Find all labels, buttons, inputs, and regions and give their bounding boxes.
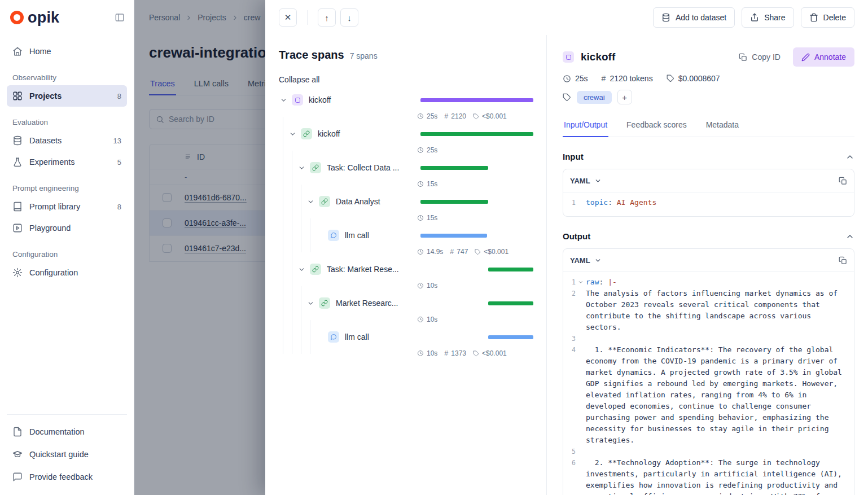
sidebar-item-experiments[interactable]: Experiments 5 bbox=[7, 151, 127, 173]
span-row[interactable]: Task: Collect Data ...15s bbox=[279, 158, 533, 192]
chain-link-icon bbox=[319, 196, 330, 207]
span-row[interactable]: Market Researc...10s bbox=[279, 294, 533, 327]
sidebar-collapse-icon[interactable] bbox=[115, 12, 125, 23]
copy-icon[interactable] bbox=[839, 256, 847, 265]
sidebar-item-label: Configuration bbox=[29, 268, 78, 277]
sidebar-section-configuration: Configuration bbox=[12, 250, 121, 259]
annotate-button[interactable]: Annotate bbox=[793, 47, 854, 67]
delete-button[interactable]: Delete bbox=[801, 7, 854, 28]
chat-square-icon bbox=[12, 472, 23, 482]
trace-icon bbox=[563, 51, 574, 63]
span-label: Market Researc... bbox=[336, 299, 415, 308]
chevron-down-icon[interactable] bbox=[297, 163, 306, 172]
arrow-down-icon: ↓ bbox=[347, 13, 352, 23]
opik-logo-ring-icon bbox=[10, 11, 24, 24]
sidebar-item-projects[interactable]: Projects 8 bbox=[7, 85, 127, 107]
input-code: 1topic: AI Agents bbox=[563, 192, 854, 216]
collapse-all-button[interactable]: Collapse all bbox=[279, 75, 319, 84]
code-line: 1topic: AI Agents bbox=[568, 197, 849, 208]
format-select[interactable]: YAML bbox=[570, 256, 602, 265]
tab-metadata[interactable]: Metadata bbox=[705, 116, 740, 137]
chevron-down-icon[interactable] bbox=[288, 129, 297, 138]
clock-icon bbox=[417, 316, 424, 323]
document-icon bbox=[12, 427, 23, 437]
chat-bubble-icon bbox=[328, 331, 339, 343]
sidebar-item-label: Prompt library bbox=[29, 202, 80, 211]
previous-trace-button[interactable]: ↑ bbox=[318, 8, 336, 27]
span-label: kickoff bbox=[318, 129, 415, 138]
sidebar-item-provide-feedback[interactable]: Provide feedback bbox=[7, 466, 127, 488]
add-to-dataset-button[interactable]: Add to dataset bbox=[653, 7, 735, 28]
chevron-up-icon[interactable] bbox=[845, 152, 854, 161]
clock-icon bbox=[417, 181, 424, 187]
copy-icon[interactable] bbox=[839, 177, 847, 185]
span-row[interactable]: kickoff25s bbox=[279, 124, 533, 158]
line-number: 2 bbox=[568, 288, 576, 299]
trace-icon bbox=[292, 94, 303, 106]
format-select[interactable]: YAML bbox=[570, 177, 602, 185]
clock-icon bbox=[417, 113, 424, 120]
tab-feedback-scores[interactable]: Feedback scores bbox=[625, 116, 688, 137]
spans-count: 7 spans bbox=[350, 51, 378, 60]
sidebar-item-configuration[interactable]: Configuration bbox=[7, 262, 127, 283]
chevron-up-icon[interactable] bbox=[845, 232, 854, 241]
chevron-down-icon[interactable] bbox=[306, 197, 315, 206]
chevron-down-icon[interactable] bbox=[279, 95, 288, 104]
prompt-library-count-badge: 8 bbox=[117, 203, 121, 211]
chevron-down-icon bbox=[594, 257, 602, 264]
trace-detail-overlay: ✕ ↑ ↓ Add to dataset Share Delete bbox=[265, 0, 868, 495]
tag-icon bbox=[475, 249, 481, 255]
trash-icon bbox=[809, 13, 818, 22]
sidebar-item-documentation[interactable]: Documentation bbox=[7, 420, 127, 443]
output-section-header[interactable]: Output bbox=[563, 231, 854, 241]
fold-gutter bbox=[576, 446, 586, 449]
tree-guide bbox=[288, 327, 297, 347]
tree-guide bbox=[279, 124, 288, 143]
chevron-down-icon[interactable] bbox=[306, 299, 315, 308]
chevron-down-icon bbox=[594, 177, 602, 185]
span-row[interactable]: llm call10s#1373<$0.001 bbox=[279, 327, 533, 361]
sidebar-item-quickstart-guide[interactable]: Quickstart guide bbox=[7, 443, 127, 466]
span-duration-bar bbox=[420, 98, 533, 102]
line-number: 4 bbox=[568, 344, 576, 356]
trace-tags: crewai + bbox=[563, 90, 854, 104]
tree-guide bbox=[297, 294, 306, 313]
close-button[interactable]: ✕ bbox=[279, 8, 297, 27]
input-section-header[interactable]: Input bbox=[563, 152, 854, 161]
fold-chevron-icon[interactable] bbox=[576, 277, 586, 285]
span-row[interactable]: kickoff25s#2120<$0.001 bbox=[279, 90, 533, 124]
sidebar-item-playground[interactable]: Playground bbox=[7, 217, 127, 239]
sidebar-item-datasets[interactable]: Datasets 13 bbox=[7, 130, 127, 151]
sidebar-item-prompt-library[interactable]: Prompt library 8 bbox=[7, 196, 127, 217]
tree-guide bbox=[306, 226, 315, 245]
tab-input-output[interactable]: Input/Output bbox=[563, 116, 608, 137]
copy-id-button[interactable]: Copy ID bbox=[739, 52, 781, 62]
span-duration-bar bbox=[420, 200, 533, 204]
tag-crewai[interactable]: crewai bbox=[577, 91, 612, 104]
flask-icon bbox=[12, 157, 23, 167]
span-row[interactable]: llm call14.9s#747<$0.001 bbox=[279, 226, 533, 260]
spans-title: Trace spans bbox=[279, 49, 344, 62]
span-label: Task: Collect Data ... bbox=[327, 163, 415, 172]
arrow-up-icon: ↑ bbox=[325, 13, 329, 23]
span-label: llm call bbox=[345, 332, 415, 341]
clock-icon bbox=[417, 350, 424, 357]
tree-guide bbox=[279, 158, 288, 177]
share-button[interactable]: Share bbox=[742, 7, 794, 28]
fold-gutter bbox=[576, 288, 586, 291]
sidebar-item-label: Experiments bbox=[29, 157, 75, 167]
sidebar-item-home[interactable]: Home bbox=[7, 41, 127, 62]
span-meta: 10s#1373<$0.001 bbox=[417, 347, 533, 360]
add-tag-button[interactable]: + bbox=[617, 90, 632, 104]
chevron-down-icon[interactable] bbox=[297, 265, 306, 274]
close-icon: ✕ bbox=[284, 12, 292, 23]
chain-link-icon bbox=[319, 297, 330, 309]
span-row[interactable]: Data Analyst15s bbox=[279, 192, 533, 226]
next-trace-button[interactable]: ↓ bbox=[340, 8, 358, 27]
app-root: opik Home Observability Projects 8 Evalu… bbox=[0, 0, 868, 495]
code-line: 3 bbox=[568, 333, 849, 344]
span-row[interactable]: Task: Market Rese...10s bbox=[279, 260, 533, 294]
sidebar-item-label: Quickstart guide bbox=[29, 450, 89, 459]
overlay-topbar: ✕ ↑ ↓ Add to dataset Share Delete bbox=[265, 0, 868, 35]
duration-stat: 25s bbox=[563, 74, 588, 83]
